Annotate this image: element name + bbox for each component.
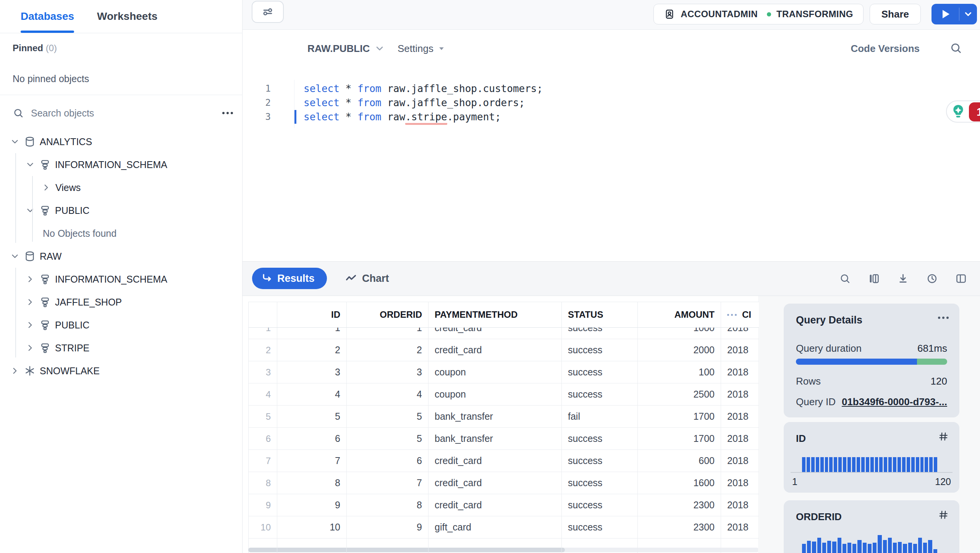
column-header-paymentmethod[interactable]: PAYMENTMETHOD [429, 302, 562, 327]
worksheet-options-button[interactable] [252, 1, 284, 23]
orderid-histogram [802, 533, 937, 553]
search-objects-input[interactable] [30, 107, 216, 119]
tab-databases[interactable]: Databases [21, 0, 74, 33]
chevron-right-icon[interactable] [25, 320, 35, 330]
query-details-card: Query Details Query duration 681ms Rows … [784, 304, 959, 417]
chevron-right-icon[interactable] [10, 366, 20, 376]
column-header-label: PAYMENTMETHOD [435, 309, 517, 320]
table-row[interactable]: 444couponsuccess25002018 [249, 383, 759, 406]
columns-icon[interactable] [868, 273, 880, 285]
play-icon [943, 10, 949, 18]
sql-editor[interactable]: 1select * from raw.jaffle_shop.customers… [243, 67, 980, 261]
histogram-bar [911, 457, 915, 472]
column-header-status[interactable]: STATUS [562, 302, 638, 327]
schema-icon [39, 342, 51, 354]
tab-results[interactable]: Results [252, 268, 327, 289]
orderid-column-card: ORDERID [784, 500, 959, 553]
histogram-bar [893, 543, 897, 553]
history-clock-icon[interactable] [926, 273, 938, 285]
tree-item-label: INFORMATION_SCHEMA [55, 159, 167, 170]
numeric-type-icon [938, 431, 949, 442]
share-button[interactable]: Share [870, 4, 921, 24]
search-results-icon[interactable] [839, 273, 851, 285]
split-panel-icon[interactable] [955, 273, 967, 285]
tree-item-information-schema[interactable]: INFORMATION_SCHEMA [0, 268, 242, 291]
chevron-right-icon[interactable] [25, 274, 35, 284]
run-options-button[interactable] [959, 4, 977, 24]
histogram-bar [847, 457, 851, 472]
tree-item-analytics[interactable]: ANALYTICS [0, 130, 242, 153]
database-tree: ANALYTICSINFORMATION_SCHEMAViewsPUBLICNo… [0, 130, 242, 382]
histogram-bar [847, 543, 851, 553]
table-cell: 600 [638, 450, 721, 472]
table-row[interactable]: 333couponsuccess1002018 [249, 361, 759, 383]
chevron-right-icon[interactable] [41, 183, 51, 192]
context-selector-button[interactable]: ACCOUNTADMIN TRANSFORMING [653, 4, 863, 24]
tree-item-snowflake[interactable]: SNOWFLAKE [0, 359, 242, 382]
warehouse-name: TRANSFORMING [776, 9, 853, 19]
table-row[interactable]: 776credit_cardsuccess6002018 [249, 450, 759, 472]
column-header-id[interactable]: ID [277, 302, 347, 327]
chevron-down-icon[interactable] [25, 160, 35, 170]
table-row[interactable]: 998credit_cardsuccess23002018 [249, 494, 759, 516]
column-menu-dots[interactable] [727, 314, 737, 316]
histogram-bar [879, 457, 883, 472]
code-area[interactable]: 1select * from raw.jaffle_shop.customers… [243, 81, 980, 124]
histogram-bar [802, 457, 805, 472]
table-cell: success [562, 361, 638, 383]
code-line-2[interactable]: 2select * from raw.jaffle_shop.orders; [243, 95, 980, 110]
table-row[interactable]: 665bank_transfersuccess17002018 [249, 428, 759, 450]
chevron-down-icon[interactable] [10, 251, 20, 261]
code-line-3[interactable]: 3select * from raw.stripe.payment; [243, 110, 980, 124]
tree-item-information-schema[interactable]: INFORMATION_SCHEMA [0, 153, 242, 176]
table-row[interactable]: 555bank_transferfail17002018 [249, 406, 759, 428]
table-cell: success [562, 428, 638, 450]
tree-item-views[interactable]: Views [0, 176, 242, 199]
tree-item-public[interactable]: PUBLIC [0, 199, 242, 222]
query-details-menu[interactable] [938, 317, 949, 319]
histogram-bar [838, 538, 841, 553]
table-cell [721, 538, 759, 553]
chevron-down-icon[interactable] [25, 205, 35, 215]
download-icon[interactable] [897, 273, 909, 285]
column-header-orderid[interactable]: ORDERID [347, 302, 429, 327]
return-arrow-icon [261, 273, 273, 284]
tree-item-stripe[interactable]: STRIPE [0, 336, 242, 359]
table-cell: 9 [277, 494, 347, 516]
table-row[interactable]: 10109gift_cardsuccess23002018 [249, 516, 759, 538]
run-button[interactable] [931, 4, 959, 24]
column-header-label: ID [331, 309, 340, 320]
histogram-bar [893, 457, 896, 472]
database-context-dropdown[interactable]: RAW.PUBLIC [307, 40, 385, 57]
tab-chart[interactable]: Chart [345, 268, 389, 289]
tree-item-public[interactable]: PUBLIC [0, 314, 242, 336]
query-id-link[interactable]: 01b349f6-0000-d793-... [842, 396, 947, 408]
column-header-ci[interactable]: CI [721, 302, 759, 327]
table-cell: coupon [429, 383, 562, 405]
column-header-amount[interactable]: AMOUNT [638, 302, 721, 327]
schema-icon [39, 273, 51, 285]
table-row[interactable]: 887credit_cardsuccess16002018 [249, 472, 759, 494]
tree-item-raw[interactable]: RAW [0, 245, 242, 268]
table-cell: 2018 [721, 383, 759, 405]
table-cell: 6 [277, 428, 347, 450]
chevron-down-icon[interactable] [10, 137, 20, 147]
code-line-1[interactable]: 1select * from raw.jaffle_shop.customers… [243, 81, 980, 95]
tab-worksheets[interactable]: Worksheets [97, 0, 157, 33]
table-cell: fail [562, 406, 638, 427]
table-row[interactable] [249, 538, 759, 553]
histogram-bar [878, 535, 881, 553]
copilot-suggestion-pill[interactable]: 1 [946, 100, 980, 123]
chevron-right-icon[interactable] [25, 343, 35, 353]
settings-dropdown[interactable]: Settings [398, 40, 445, 57]
table-cell: 8 [347, 494, 429, 516]
sliders-icon [261, 5, 274, 18]
code-text: select * from raw.jaffle_shop.customers; [304, 83, 543, 94]
table-row[interactable]: 222credit_cardsuccess20002018 [249, 339, 759, 361]
chevron-right-icon[interactable] [25, 297, 35, 307]
sidebar-more-menu[interactable] [222, 112, 233, 114]
code-versions-button[interactable]: Code Versions [851, 40, 920, 57]
editor-search-icon[interactable] [949, 42, 962, 55]
tree-item-jaffle-shop[interactable]: JAFFLE_SHOP [0, 291, 242, 314]
row-number: 2 [249, 339, 277, 361]
